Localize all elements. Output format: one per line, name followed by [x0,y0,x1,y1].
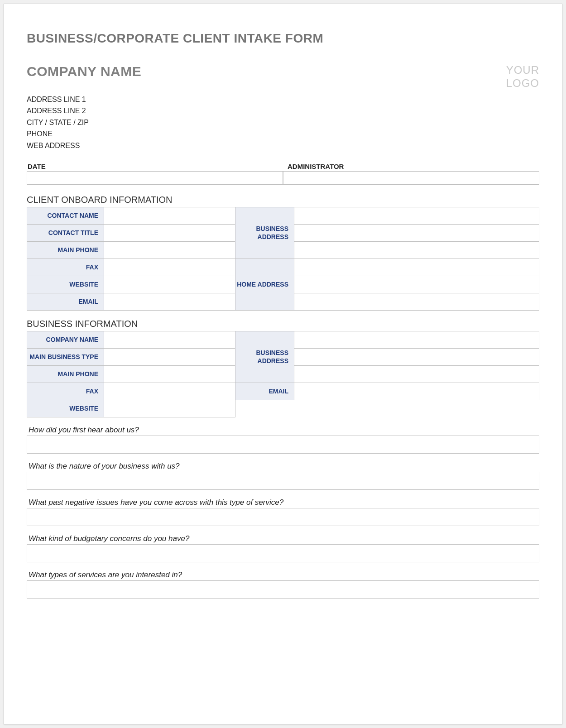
address-line2: ADDRESS LINE 2 [27,105,539,117]
section-client-onboard-title: CLIENT ONBOARD INFORMATION [27,195,539,205]
question-1: How did you first hear about us? [27,426,539,435]
input-bi-business-addr2[interactable] [294,349,539,365]
input-business-addr2[interactable] [294,225,539,241]
input-email[interactable] [104,293,235,310]
input-home-addr1[interactable] [294,259,539,276]
label-bi-company-name: COMPANY NAME [27,331,104,348]
logo-line1: YOUR [506,64,539,77]
question-5: What types of services are you intereste… [27,570,539,580]
company-name-heading: COMPANY NAME [27,64,141,79]
input-bi-email[interactable] [294,383,539,400]
question-3: What past negative issues have you come … [27,498,539,507]
client-onboard-table: CONTACT NAME BUSINESS ADDRESS CONTACT TI… [27,207,539,311]
address-line1: ADDRESS LINE 1 [27,94,539,105]
date-label: DATE [27,163,283,170]
section-business-info-title: BUSINESS INFORMATION [27,319,539,329]
input-bi-business-addr3[interactable] [294,366,539,383]
label-main-phone: MAIN PHONE [27,241,104,259]
input-bi-main-phone[interactable] [104,366,235,383]
label-business-address: BUSINESS ADDRESS [235,207,294,259]
administrator-input[interactable] [283,171,539,185]
label-email: EMAIL [27,293,104,310]
header-row: COMPANY NAME YOUR LOGO [27,64,539,90]
label-bi-main-business-type: MAIN BUSINESS TYPE [27,348,104,365]
answer-2[interactable] [27,472,539,490]
input-main-phone[interactable] [104,242,235,259]
label-contact-name: CONTACT NAME [27,207,104,224]
page-container: BUSINESS/CORPORATE CLIENT INTAKE FORM CO… [4,4,562,724]
answer-1[interactable] [27,436,539,454]
empty-cell [235,400,539,417]
question-2: What is the nature of your business with… [27,462,539,471]
input-bi-business-addr1[interactable] [294,331,539,348]
label-fax: FAX [27,259,104,276]
answer-5[interactable] [27,580,539,599]
answer-4[interactable] [27,544,539,562]
date-input[interactable] [27,171,283,185]
administrator-label: ADMINISTRATOR [283,163,539,170]
input-bi-main-business-type[interactable] [104,349,235,365]
label-website: WEBSITE [27,276,104,293]
label-contact-title: CONTACT TITLE [27,224,104,241]
input-website[interactable] [104,276,235,293]
input-home-addr2[interactable] [294,276,539,293]
form-title: BUSINESS/CORPORATE CLIENT INTAKE FORM [27,31,539,46]
company-address-block: ADDRESS LINE 1 ADDRESS LINE 2 CITY / STA… [27,94,539,152]
input-contact-title[interactable] [104,225,235,241]
input-contact-name[interactable] [104,207,235,224]
date-admin-row: DATE ADMINISTRATOR [27,163,539,185]
logo-line2: LOGO [506,77,539,90]
logo-placeholder: YOUR LOGO [506,64,539,90]
input-business-addr3[interactable] [294,242,539,259]
address-city-state-zip: CITY / STATE / ZIP [27,117,539,129]
label-bi-fax: FAX [27,383,104,400]
input-bi-company-name[interactable] [104,331,235,348]
label-home-address: HOME ADDRESS [235,259,294,310]
input-fax[interactable] [104,259,235,276]
address-phone: PHONE [27,128,539,140]
label-bi-main-phone: MAIN PHONE [27,365,104,383]
label-bi-website: WEBSITE [27,400,104,417]
label-bi-email: EMAIL [235,383,294,400]
question-4: What kind of budgetary concerns do you h… [27,534,539,543]
input-bi-website[interactable] [104,400,235,417]
business-info-table: COMPANY NAME BUSINESS ADDRESS MAIN BUSIN… [27,331,539,417]
address-web: WEB ADDRESS [27,140,539,152]
answer-3[interactable] [27,508,539,526]
input-home-addr3[interactable] [294,293,539,310]
input-business-addr1[interactable] [294,207,539,224]
label-bi-business-address: BUSINESS ADDRESS [235,331,294,383]
input-bi-fax[interactable] [104,383,235,400]
